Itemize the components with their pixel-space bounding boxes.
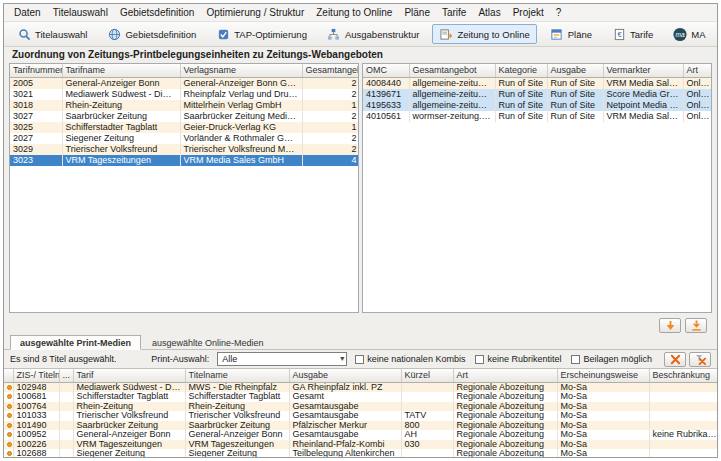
menu-item-atlas[interactable]: Atlas [472, 5, 506, 20]
column-header[interactable]: Beschränkung [649, 369, 717, 382]
table-cell [401, 382, 453, 392]
table-row[interactable]: 3021Mediawerk Südwest - Die RheinpfalzRh… [10, 89, 359, 100]
transfer-all-button[interactable] [685, 318, 707, 333]
column-header[interactable]: Erscheinungsweise [557, 369, 649, 382]
table-cell [59, 411, 73, 421]
table-row[interactable]: 4139671allgemeine-zeitung.deRun of SiteR… [363, 89, 712, 100]
toolbar-button-gebietsdefinition[interactable]: Gebietsdefinition [100, 24, 203, 44]
toolbar-button-ma[interactable]: maMA [666, 24, 712, 44]
table-row[interactable]: 100764Rhein-ZeitungRhein-ZeitungGesamtau… [4, 402, 717, 412]
column-header[interactable]: Art [453, 369, 557, 382]
table-cell: 030 [401, 440, 453, 450]
column-header[interactable]: Tarif [73, 369, 185, 382]
column-header[interactable]: ZIS-/ Titelnr. [13, 369, 59, 382]
menu-item-projekt[interactable]: Projekt [507, 5, 550, 20]
toolbar-button-plane[interactable]: Pläne [543, 24, 599, 44]
table-cell: 4008440 [363, 77, 409, 89]
menu-item-item[interactable]: ? [550, 5, 568, 20]
toolbar-button-ausgabenstruktur[interactable]: Ausgabenstruktur [320, 24, 426, 44]
toolbar-button-zeitung-to-online[interactable]: Zeitung to Online [432, 24, 536, 44]
table-cell: Mittelrhein Verlag GmbH [180, 100, 302, 111]
column-header[interactable]: Ausgabe [547, 64, 603, 77]
status-dot-icon [7, 451, 12, 456]
table-cell: GA Rheinpfalz inkl. PZ [289, 382, 401, 392]
table-cell: Trierischer Volksfreund Medienhaus GmbH [180, 144, 302, 155]
table-cell: Mo-Sa [557, 402, 649, 412]
column-header[interactable]: Titelname [185, 369, 289, 382]
table-cell: 4 [302, 155, 359, 166]
column-header[interactable]: Kürzel [401, 369, 453, 382]
menu-item-gebietsdefinition[interactable]: Gebietsdefinition [114, 5, 201, 20]
menu-item-tarife[interactable]: Tarife [436, 5, 472, 20]
table-cell: 2 [302, 133, 359, 144]
column-header[interactable]: Art [683, 64, 712, 77]
menu-item-plane[interactable]: Pläne [398, 5, 436, 20]
column-header[interactable]: Gesamtangebot [409, 64, 495, 77]
table-row[interactable]: 101033Trierischer VolksfreundTrierischer… [4, 411, 717, 421]
table-row[interactable]: 102688Siegener ZeitungSiegener ZeitungTe… [4, 449, 717, 457]
menu-item-titelauswahl[interactable]: Titelauswahl [47, 5, 114, 20]
arrow-down-icon [665, 320, 676, 331]
table-cell: 3025 [10, 122, 62, 133]
menu-item-zeitung-to-online[interactable]: Zeitung to Online [310, 5, 398, 20]
toolbar-button-tap-optimierung[interactable]: TAP-Optimierung [209, 24, 314, 44]
newspaper-online-icon [439, 27, 453, 41]
filter-actions [664, 352, 711, 367]
checkbox-box[interactable] [571, 355, 580, 364]
table-cell: Rhein-Zeitung [62, 100, 180, 111]
table-cell: 2 [302, 77, 359, 89]
checkbox-keine-nationalen-kombis[interactable]: keine nationalen Kombis [355, 354, 465, 364]
table-row[interactable]: 2005General-Anzeiger BonnGeneral-Anzeige… [10, 77, 359, 89]
table-row[interactable]: 2027Siegener ZeitungVorländer & Rothmale… [10, 133, 359, 144]
toolbar-button-titelauswahl[interactable]: Titelauswahl [10, 24, 94, 44]
table-cell [401, 449, 453, 457]
table-row[interactable]: 3029Trierischer VolksfreundTrierischer V… [10, 144, 359, 155]
table-cell: Score Media Group GmbH & Co. KG [603, 89, 683, 100]
remove-all-titles-button[interactable] [689, 352, 711, 367]
tab-selected-print-media[interactable]: ausgewählte Print-Medien [10, 335, 141, 350]
toolbar-button-tarife[interactable]: €Tarife [605, 24, 660, 44]
table-row[interactable]: 100226VRM TageszeitungenVRM Tageszeitung… [4, 440, 717, 450]
column-header[interactable]: Kategorie [495, 64, 547, 77]
status-dot-icon [7, 413, 12, 418]
column-header[interactable]: Tarifname [62, 64, 180, 77]
checkbox-label: keine Rubrikentitel [487, 354, 561, 364]
column-header[interactable]: ... [59, 369, 73, 382]
search-icon [17, 27, 31, 41]
checkbox-box[interactable] [355, 355, 364, 364]
table-cell: Schifferstadter Tagblatt [185, 392, 289, 402]
table-row[interactable]: 3023VRM TageszeitungenVRM Media Sales Gm… [10, 155, 359, 166]
toolbar: TitelauswahlGebietsdefinitionTAP-Optimie… [4, 21, 717, 47]
column-header[interactable]: OMC [363, 64, 409, 77]
table-row[interactable]: 4010561wormser-zeitung.deRun of SiteRun … [363, 111, 712, 122]
table-row[interactable]: 100681Schifferstadter TagblattSchifferst… [4, 392, 717, 402]
table-row[interactable]: 4195633allgemeine-zeitung.deRun of SiteR… [363, 100, 712, 111]
transfer-selected-button[interactable] [659, 318, 681, 333]
table-row[interactable]: 100952General-Anzeiger BonnGeneral-Anzei… [4, 430, 717, 440]
table-cell: wormser-zeitung.de [409, 111, 495, 122]
column-header[interactable]: Ausgabe [289, 369, 401, 382]
table-row[interactable]: 101490Saarbrücker ZeitungSaarbrücker Zei… [4, 421, 717, 431]
column-header[interactable] [4, 369, 13, 382]
checkbox-box[interactable] [475, 355, 484, 364]
table-row[interactable]: 4008440allgemeine-zeitung.deRun of SiteR… [363, 77, 712, 89]
table-cell: Rheinland-Pfalz-Kombi [289, 440, 401, 450]
remove-title-button[interactable] [664, 352, 686, 367]
column-header[interactable]: Gesamtangebote [302, 64, 359, 77]
checkbox-beilagen-moglich[interactable]: Beilagen möglich [571, 354, 652, 364]
column-header[interactable]: Verlagsname [180, 64, 302, 77]
table-row[interactable]: 3025Schifferstadter TagblattGeier-Druck-… [10, 122, 359, 133]
table-cell: AH [401, 430, 453, 440]
print-select[interactable]: Alle ▾ [217, 352, 347, 366]
menu-item-optimierung-struktur[interactable]: Optimierung / Struktur [200, 5, 310, 20]
column-header[interactable]: Tarifnummer [10, 64, 62, 77]
table-row[interactable]: 102948Mediawerk Südwest - Die Rheinpfalz… [4, 382, 717, 392]
table-cell: Mediawerk Südwest - Die Rheinpfalz [62, 89, 180, 100]
menu-item-daten[interactable]: Daten [8, 5, 47, 20]
tab-selected-online-media[interactable]: ausgewählte Online-Medien [143, 336, 273, 349]
column-header[interactable]: Vermarkter [603, 64, 683, 77]
table-cell [649, 440, 717, 450]
table-row[interactable]: 3027Saarbrücker ZeitungSaarbrücker Zeitu… [10, 111, 359, 122]
table-row[interactable]: 3018Rhein-ZeitungMittelrhein Verlag GmbH… [10, 100, 359, 111]
checkbox-keine-rubrikentitel[interactable]: keine Rubrikentitel [475, 354, 561, 364]
